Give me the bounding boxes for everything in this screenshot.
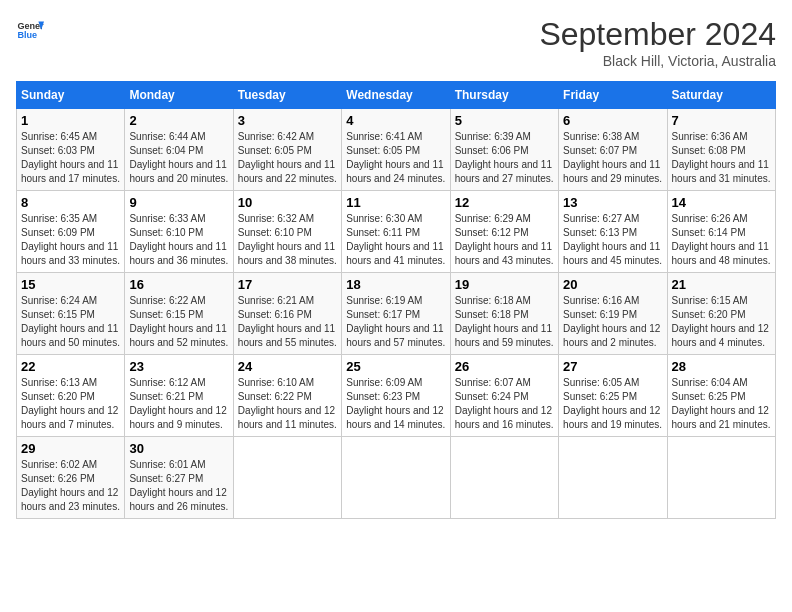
calendar-cell: 25 Sunrise: 6:09 AM Sunset: 6:23 PM Dayl… xyxy=(342,355,450,437)
day-info: Sunrise: 6:05 AM Sunset: 6:25 PM Dayligh… xyxy=(563,377,662,430)
calendar-cell: 28 Sunrise: 6:04 AM Sunset: 6:25 PM Dayl… xyxy=(667,355,775,437)
day-info: Sunrise: 6:21 AM Sunset: 6:16 PM Dayligh… xyxy=(238,295,337,348)
day-number: 21 xyxy=(672,277,771,292)
calendar-cell: 19 Sunrise: 6:18 AM Sunset: 6:18 PM Dayl… xyxy=(450,273,558,355)
calendar-cell: 23 Sunrise: 6:12 AM Sunset: 6:21 PM Dayl… xyxy=(125,355,233,437)
day-info: Sunrise: 6:16 AM Sunset: 6:19 PM Dayligh… xyxy=(563,295,660,348)
day-number: 25 xyxy=(346,359,445,374)
calendar-cell: 2 Sunrise: 6:44 AM Sunset: 6:04 PM Dayli… xyxy=(125,109,233,191)
day-info: Sunrise: 6:32 AM Sunset: 6:10 PM Dayligh… xyxy=(238,213,337,266)
day-info: Sunrise: 6:33 AM Sunset: 6:10 PM Dayligh… xyxy=(129,213,228,266)
day-info: Sunrise: 6:10 AM Sunset: 6:22 PM Dayligh… xyxy=(238,377,337,430)
day-number: 24 xyxy=(238,359,337,374)
day-number: 5 xyxy=(455,113,554,128)
calendar-cell: 3 Sunrise: 6:42 AM Sunset: 6:05 PM Dayli… xyxy=(233,109,341,191)
calendar-cell: 4 Sunrise: 6:41 AM Sunset: 6:05 PM Dayli… xyxy=(342,109,450,191)
logo: General Blue xyxy=(16,16,44,44)
day-info: Sunrise: 6:09 AM Sunset: 6:23 PM Dayligh… xyxy=(346,377,445,430)
calendar-cell xyxy=(450,437,558,519)
calendar-cell: 21 Sunrise: 6:15 AM Sunset: 6:20 PM Dayl… xyxy=(667,273,775,355)
calendar-cell xyxy=(667,437,775,519)
day-info: Sunrise: 6:07 AM Sunset: 6:24 PM Dayligh… xyxy=(455,377,554,430)
day-number: 26 xyxy=(455,359,554,374)
calendar-cell: 18 Sunrise: 6:19 AM Sunset: 6:17 PM Dayl… xyxy=(342,273,450,355)
day-info: Sunrise: 6:18 AM Sunset: 6:18 PM Dayligh… xyxy=(455,295,554,348)
header-sunday: Sunday xyxy=(17,82,125,109)
calendar-week-2: 8 Sunrise: 6:35 AM Sunset: 6:09 PM Dayli… xyxy=(17,191,776,273)
day-number: 29 xyxy=(21,441,120,456)
calendar-cell: 1 Sunrise: 6:45 AM Sunset: 6:03 PM Dayli… xyxy=(17,109,125,191)
day-info: Sunrise: 6:04 AM Sunset: 6:25 PM Dayligh… xyxy=(672,377,771,430)
day-info: Sunrise: 6:24 AM Sunset: 6:15 PM Dayligh… xyxy=(21,295,120,348)
calendar-cell: 11 Sunrise: 6:30 AM Sunset: 6:11 PM Dayl… xyxy=(342,191,450,273)
calendar-week-4: 22 Sunrise: 6:13 AM Sunset: 6:20 PM Dayl… xyxy=(17,355,776,437)
day-info: Sunrise: 6:29 AM Sunset: 6:12 PM Dayligh… xyxy=(455,213,554,266)
day-number: 20 xyxy=(563,277,662,292)
day-info: Sunrise: 6:41 AM Sunset: 6:05 PM Dayligh… xyxy=(346,131,445,184)
header-saturday: Saturday xyxy=(667,82,775,109)
day-number: 18 xyxy=(346,277,445,292)
day-number: 16 xyxy=(129,277,228,292)
header-tuesday: Tuesday xyxy=(233,82,341,109)
day-number: 6 xyxy=(563,113,662,128)
day-number: 9 xyxy=(129,195,228,210)
day-number: 14 xyxy=(672,195,771,210)
calendar-cell: 12 Sunrise: 6:29 AM Sunset: 6:12 PM Dayl… xyxy=(450,191,558,273)
day-info: Sunrise: 6:35 AM Sunset: 6:09 PM Dayligh… xyxy=(21,213,120,266)
svg-text:Blue: Blue xyxy=(17,30,37,40)
day-info: Sunrise: 6:01 AM Sunset: 6:27 PM Dayligh… xyxy=(129,459,228,512)
day-number: 30 xyxy=(129,441,228,456)
calendar-cell: 7 Sunrise: 6:36 AM Sunset: 6:08 PM Dayli… xyxy=(667,109,775,191)
title-block: September 2024 Black Hill, Victoria, Aus… xyxy=(539,16,776,69)
calendar-cell xyxy=(233,437,341,519)
header-friday: Friday xyxy=(559,82,667,109)
calendar-cell: 27 Sunrise: 6:05 AM Sunset: 6:25 PM Dayl… xyxy=(559,355,667,437)
calendar-cell: 20 Sunrise: 6:16 AM Sunset: 6:19 PM Dayl… xyxy=(559,273,667,355)
day-info: Sunrise: 6:30 AM Sunset: 6:11 PM Dayligh… xyxy=(346,213,445,266)
day-number: 7 xyxy=(672,113,771,128)
calendar-cell: 14 Sunrise: 6:26 AM Sunset: 6:14 PM Dayl… xyxy=(667,191,775,273)
day-info: Sunrise: 6:22 AM Sunset: 6:15 PM Dayligh… xyxy=(129,295,228,348)
calendar-week-3: 15 Sunrise: 6:24 AM Sunset: 6:15 PM Dayl… xyxy=(17,273,776,355)
calendar-cell: 8 Sunrise: 6:35 AM Sunset: 6:09 PM Dayli… xyxy=(17,191,125,273)
calendar-cell: 17 Sunrise: 6:21 AM Sunset: 6:16 PM Dayl… xyxy=(233,273,341,355)
header-monday: Monday xyxy=(125,82,233,109)
month-title: September 2024 xyxy=(539,16,776,53)
header-wednesday: Wednesday xyxy=(342,82,450,109)
calendar-cell: 16 Sunrise: 6:22 AM Sunset: 6:15 PM Dayl… xyxy=(125,273,233,355)
page-header: General Blue September 2024 Black Hill, … xyxy=(16,16,776,69)
calendar-header-row: Sunday Monday Tuesday Wednesday Thursday… xyxy=(17,82,776,109)
day-info: Sunrise: 6:38 AM Sunset: 6:07 PM Dayligh… xyxy=(563,131,662,184)
day-number: 3 xyxy=(238,113,337,128)
calendar-cell: 6 Sunrise: 6:38 AM Sunset: 6:07 PM Dayli… xyxy=(559,109,667,191)
calendar-cell: 10 Sunrise: 6:32 AM Sunset: 6:10 PM Dayl… xyxy=(233,191,341,273)
day-number: 8 xyxy=(21,195,120,210)
calendar-cell xyxy=(342,437,450,519)
calendar-week-5: 29 Sunrise: 6:02 AM Sunset: 6:26 PM Dayl… xyxy=(17,437,776,519)
day-info: Sunrise: 6:15 AM Sunset: 6:20 PM Dayligh… xyxy=(672,295,769,348)
day-number: 10 xyxy=(238,195,337,210)
calendar-cell xyxy=(559,437,667,519)
day-info: Sunrise: 6:12 AM Sunset: 6:21 PM Dayligh… xyxy=(129,377,226,430)
calendar-cell: 15 Sunrise: 6:24 AM Sunset: 6:15 PM Dayl… xyxy=(17,273,125,355)
calendar-week-1: 1 Sunrise: 6:45 AM Sunset: 6:03 PM Dayli… xyxy=(17,109,776,191)
calendar-cell: 26 Sunrise: 6:07 AM Sunset: 6:24 PM Dayl… xyxy=(450,355,558,437)
day-number: 22 xyxy=(21,359,120,374)
header-thursday: Thursday xyxy=(450,82,558,109)
day-number: 19 xyxy=(455,277,554,292)
day-info: Sunrise: 6:19 AM Sunset: 6:17 PM Dayligh… xyxy=(346,295,445,348)
day-info: Sunrise: 6:02 AM Sunset: 6:26 PM Dayligh… xyxy=(21,459,120,512)
day-number: 17 xyxy=(238,277,337,292)
calendar-cell: 13 Sunrise: 6:27 AM Sunset: 6:13 PM Dayl… xyxy=(559,191,667,273)
day-info: Sunrise: 6:39 AM Sunset: 6:06 PM Dayligh… xyxy=(455,131,554,184)
logo-icon: General Blue xyxy=(16,16,44,44)
calendar-cell: 9 Sunrise: 6:33 AM Sunset: 6:10 PM Dayli… xyxy=(125,191,233,273)
day-info: Sunrise: 6:44 AM Sunset: 6:04 PM Dayligh… xyxy=(129,131,228,184)
calendar-cell: 22 Sunrise: 6:13 AM Sunset: 6:20 PM Dayl… xyxy=(17,355,125,437)
day-number: 1 xyxy=(21,113,120,128)
calendar-cell: 24 Sunrise: 6:10 AM Sunset: 6:22 PM Dayl… xyxy=(233,355,341,437)
day-info: Sunrise: 6:26 AM Sunset: 6:14 PM Dayligh… xyxy=(672,213,771,266)
day-number: 28 xyxy=(672,359,771,374)
day-info: Sunrise: 6:13 AM Sunset: 6:20 PM Dayligh… xyxy=(21,377,118,430)
day-info: Sunrise: 6:42 AM Sunset: 6:05 PM Dayligh… xyxy=(238,131,337,184)
